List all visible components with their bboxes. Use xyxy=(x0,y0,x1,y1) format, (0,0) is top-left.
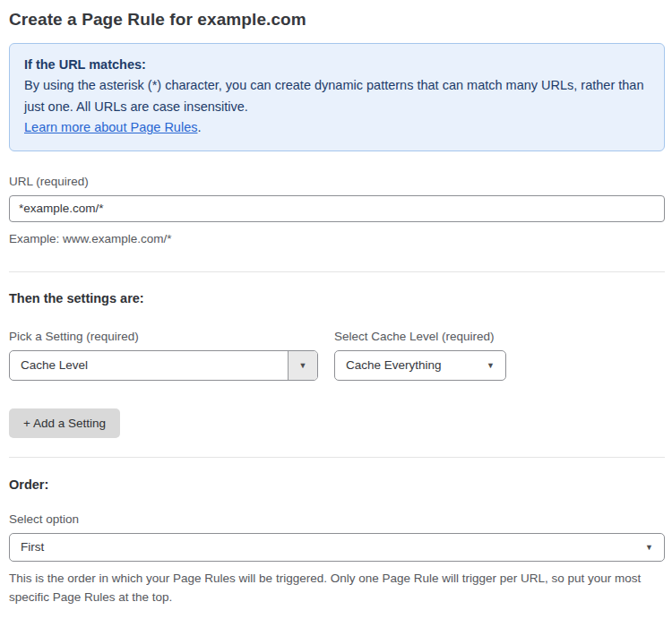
divider xyxy=(9,457,665,458)
cache-level-field: Select Cache Level (required) Cache Ever… xyxy=(334,330,506,381)
page-title: Create a Page Rule for example.com xyxy=(9,10,665,30)
order-select-label: Select option xyxy=(9,512,665,526)
order-helper-text: This is the order in which your Page Rul… xyxy=(9,569,665,607)
add-setting-button[interactable]: + Add a Setting xyxy=(9,408,120,438)
pick-setting-field: Pick a Setting (required) Cache Level ▼ xyxy=(9,330,318,381)
cache-level-selected-value: Cache Everything xyxy=(346,358,442,372)
page-rule-form: Create a Page Rule for example.com If th… xyxy=(0,0,672,619)
info-box-heading: If the URL matches: xyxy=(24,55,650,75)
pick-setting-select[interactable]: Cache Level ▼ xyxy=(9,350,318,381)
pick-setting-selected-value: Cache Level xyxy=(10,351,288,380)
info-box-link-row: Learn more about Page Rules. xyxy=(24,117,650,138)
order-select[interactable]: First ▼ xyxy=(9,533,665,562)
url-section: URL (required) Example: www.example.com/… xyxy=(9,175,665,249)
order-section-heading: Order: xyxy=(9,477,665,492)
divider xyxy=(9,271,665,272)
url-helper-text: Example: www.example.com/* xyxy=(9,229,665,249)
info-box-body: By using the asterisk (*) character, you… xyxy=(24,75,650,117)
url-match-info-box: If the URL matches: By using the asteris… xyxy=(9,43,665,151)
link-suffix: . xyxy=(197,120,201,134)
url-input[interactable] xyxy=(9,195,665,222)
url-field-label: URL (required) xyxy=(9,175,665,188)
chevron-down-icon: ▼ xyxy=(487,361,495,370)
learn-more-link[interactable]: Learn more about Page Rules xyxy=(24,120,197,134)
pick-setting-label: Pick a Setting (required) xyxy=(9,330,318,343)
order-selected-value: First xyxy=(21,540,44,554)
chevron-down-icon: ▼ xyxy=(645,543,653,552)
settings-row: Pick a Setting (required) Cache Level ▼ … xyxy=(9,330,665,381)
settings-section-heading: Then the settings are: xyxy=(9,291,665,305)
cache-level-label: Select Cache Level (required) xyxy=(334,330,506,343)
chevron-down-icon[interactable]: ▼ xyxy=(288,351,317,380)
cache-level-select[interactable]: Cache Everything ▼ xyxy=(334,350,506,381)
